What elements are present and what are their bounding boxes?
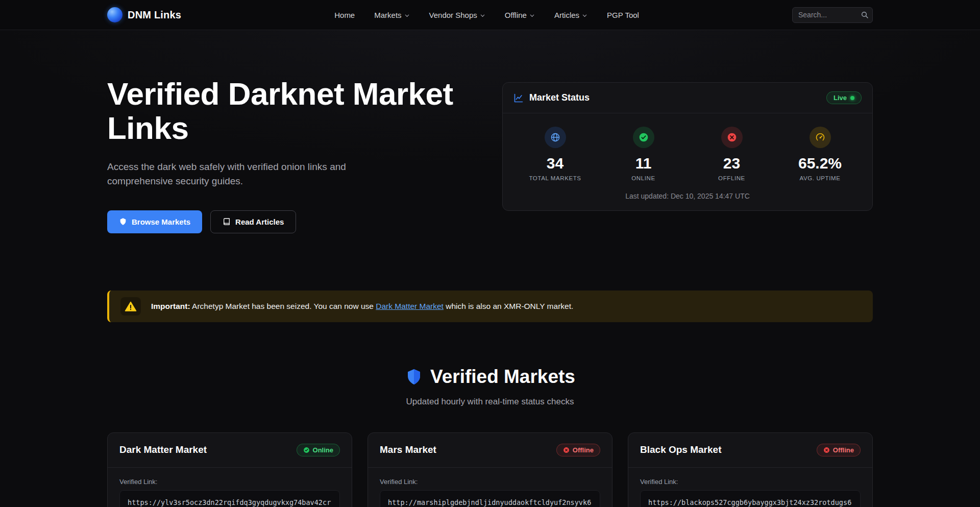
page-title: Verified Darknet Market Links — [107, 77, 480, 146]
nav-item-label: Offline — [505, 11, 527, 19]
top-navbar: DNM Links Home Markets Vendor Shops Offl… — [0, 0, 980, 30]
warning-banner: Important: Archetyp Market has been seiz… — [107, 291, 873, 322]
onion-link[interactable]: https://blackops527cggb6ybayggx3bjt24xz3… — [640, 490, 861, 507]
verified-link-label: Verified Link: — [380, 478, 600, 486]
verified-markets-section: Verified Markets Updated hourly with rea… — [0, 366, 980, 507]
stat-value: 34 — [547, 155, 564, 172]
nav-item-markets[interactable]: Markets — [374, 11, 409, 19]
read-articles-button[interactable]: Read Articles — [210, 210, 296, 233]
live-status-badge: Live — [826, 91, 862, 104]
stat-online: 11 ONLINE — [599, 127, 688, 181]
chevron-down-icon — [529, 13, 535, 18]
main-nav: Home Markets Vendor Shops Offline Articl… — [181, 11, 792, 19]
check-circle-icon — [633, 127, 654, 148]
search-icon[interactable] — [861, 11, 869, 19]
nav-item-pgp-tool[interactable]: PGP Tool — [607, 11, 639, 19]
hero-section: Verified Darknet Market Links Access the… — [0, 30, 980, 233]
shield-icon — [119, 218, 127, 226]
page-subtitle: Access the dark web safely with verified… — [107, 160, 360, 189]
nav-item-label: Articles — [554, 11, 579, 19]
status-badge-offline: Offline — [556, 444, 600, 456]
section-subtitle: Updated hourly with real-time status che… — [107, 397, 873, 407]
live-dot-icon — [850, 96, 854, 100]
stat-total-markets: 34 TOTAL MARKETS — [511, 127, 599, 181]
stat-offline: 23 OFFLINE — [688, 127, 776, 181]
brand[interactable]: DNM Links — [107, 7, 181, 22]
globe-icon — [545, 127, 566, 148]
browse-markets-button[interactable]: Browse Markets — [107, 210, 202, 233]
warning-text-after-link: which is also an XMR-ONLY market. — [444, 302, 573, 310]
gauge-icon — [810, 127, 831, 148]
dark-matter-market-link[interactable]: Dark Matter Market — [376, 302, 444, 310]
market-name: Mars Market — [380, 444, 436, 455]
last-updated-text: Last updated: Dec 10, 2025 14:47 UTC — [503, 184, 872, 210]
status-badge-online: Online — [297, 444, 340, 456]
market-name: Dark Matter Market — [119, 444, 207, 455]
market-name: Black Ops Market — [640, 444, 721, 455]
onion-link[interactable]: https://ylv3sr5ocz3dn22rqifdq3gyqdugvkxg… — [119, 490, 340, 507]
stat-label: AVG. UPTIME — [800, 175, 841, 181]
market-status-title: Market Status — [529, 92, 590, 103]
warning-text-before-link: Archetyp Market has been seized. You can… — [190, 302, 376, 310]
stat-value: 23 — [723, 155, 740, 172]
onion-link[interactable]: http://marshiplgdebjndljidnyuddaokftcldy… — [380, 490, 600, 507]
read-articles-label: Read Articles — [235, 218, 284, 226]
brand-logo-globe-icon — [107, 7, 122, 22]
nav-item-label: Markets — [374, 11, 401, 19]
status-label: Offline — [573, 446, 594, 454]
warning-label: Important: — [151, 302, 190, 310]
section-title: Verified Markets — [430, 366, 575, 388]
stat-label: ONLINE — [631, 175, 655, 181]
stat-label: TOTAL MARKETS — [529, 175, 581, 181]
x-circle-icon — [823, 447, 830, 453]
nav-item-vendor-shops[interactable]: Vendor Shops — [429, 11, 485, 19]
live-label: Live — [834, 94, 847, 102]
stat-value: 11 — [635, 155, 652, 172]
nav-item-label: Vendor Shops — [429, 11, 477, 19]
x-circle-icon — [721, 127, 743, 148]
brand-name: DNM Links — [128, 9, 181, 21]
market-status-card: Market Status Live 34 TOTAL MARKETS — [502, 82, 873, 211]
nav-item-label: Home — [334, 11, 355, 19]
book-icon — [223, 218, 231, 226]
stat-value: 65.2% — [798, 155, 842, 172]
x-circle-icon — [563, 447, 570, 453]
search-box — [792, 7, 873, 23]
chevron-down-icon — [404, 13, 410, 18]
warning-triangle-icon — [120, 297, 141, 316]
market-card-black-ops: Black Ops Market Offline Verified Link: … — [628, 432, 873, 507]
nav-item-label: PGP Tool — [607, 11, 639, 19]
verified-link-label: Verified Link: — [119, 478, 340, 486]
market-card-mars: Mars Market Offline Verified Link: http:… — [368, 432, 612, 507]
status-label: Online — [313, 446, 333, 454]
nav-item-offline[interactable]: Offline — [505, 11, 535, 19]
stat-label: OFFLINE — [718, 175, 745, 181]
nav-item-articles[interactable]: Articles — [554, 11, 587, 19]
browse-markets-label: Browse Markets — [132, 218, 190, 226]
status-label: Offline — [833, 446, 854, 454]
nav-item-home[interactable]: Home — [334, 11, 355, 19]
chevron-down-icon — [480, 13, 485, 18]
shield-icon — [405, 368, 423, 386]
market-cards-grid: Dark Matter Market Online Verified Link:… — [107, 432, 873, 507]
chart-icon — [513, 93, 524, 103]
market-card-dark-matter: Dark Matter Market Online Verified Link:… — [107, 432, 352, 507]
verified-link-label: Verified Link: — [640, 478, 861, 486]
check-circle-icon — [303, 447, 310, 453]
chevron-down-icon — [582, 13, 587, 18]
status-badge-offline: Offline — [817, 444, 861, 456]
stat-avg-uptime: 65.2% AVG. UPTIME — [776, 127, 864, 181]
warning-text: Important: Archetyp Market has been seiz… — [151, 300, 573, 312]
